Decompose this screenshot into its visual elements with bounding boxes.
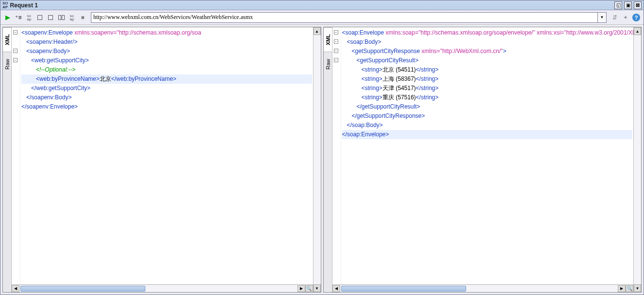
filter-button[interactable]: ⇵ (610, 13, 619, 22)
fold-toggle[interactable]: − (334, 58, 338, 62)
hscroll-right-button[interactable]: ▶ (297, 285, 305, 292)
response-pane: XML Raw −−−− <soap:Envelope xmlns:soap="… (323, 27, 642, 293)
request-window: SOAP Request 1 ◱ ▣ ⊠ ▶ ⁺≡ soap soap ■ ▼ … (0, 0, 644, 295)
url-dropdown-button[interactable]: ▼ (598, 12, 607, 23)
response-gutter: −−−− (332, 27, 341, 284)
request-pane: XML Raw −−− <soapenv:Envelope xmlns:soap… (2, 27, 321, 293)
request-editor-wrap: −−− <soapenv:Envelope xmlns:soapenv="htt… (12, 27, 313, 292)
vscroll-track[interactable] (313, 35, 321, 284)
request-vscroll[interactable]: ▲ ▼ (313, 27, 321, 292)
soap-att2-button[interactable]: soap (68, 13, 76, 22)
window-buttons: ◱ ▣ ⊠ (614, 1, 642, 9)
request-tab-xml[interactable]: XML (3, 27, 11, 52)
hscroll-left-button[interactable]: ◀ (12, 285, 19, 292)
response-hscroll[interactable]: ◀ ▶ 🔍 (332, 284, 634, 292)
stop-button[interactable]: ■ (78, 13, 87, 22)
fold-toggle[interactable]: − (334, 49, 338, 53)
vscroll-down-button[interactable]: ▼ (634, 284, 641, 292)
response-tab-raw[interactable]: Raw (324, 52, 332, 76)
fold-toggle[interactable]: − (334, 30, 338, 35)
response-editor-wrap: −−−− <soap:Envelope xmlns:soap="http://s… (332, 27, 634, 292)
request-hscroll[interactable]: ◀ ▶ 🔍 (12, 284, 313, 292)
response-editor[interactable]: −−−− <soap:Envelope xmlns:soap="http://s… (332, 27, 634, 284)
expand-button[interactable] (35, 13, 44, 22)
toolbar-right: ⇵ + ? (610, 13, 641, 22)
response-vscroll[interactable]: ▲ ▼ (633, 27, 641, 292)
request-code: <soapenv:Envelope xmlns:soapenv="http://… (12, 27, 313, 112)
close-button[interactable]: ⊠ (634, 1, 642, 9)
response-code: <soap:Envelope xmlns:soap="http://schema… (332, 27, 634, 140)
hscroll-thumb[interactable] (341, 286, 466, 292)
hscroll-thumb[interactable] (20, 286, 145, 292)
single-pane-button[interactable] (46, 13, 55, 22)
window-title: Request 1 (10, 2, 614, 9)
minimize-button[interactable]: ◱ (614, 1, 622, 9)
soap-icon: SOAP (2, 1, 8, 9)
url-combo: ▼ (91, 12, 607, 23)
dual-pane-button[interactable] (57, 13, 66, 22)
toolbar: ▶ ⁺≡ soap soap ■ ▼ ⇵ + ? (0, 10, 644, 25)
titlebar: SOAP Request 1 ◱ ▣ ⊠ (0, 0, 644, 10)
fold-toggle[interactable]: − (334, 39, 338, 44)
hscroll-left-button[interactable]: ◀ (332, 285, 340, 292)
run-button[interactable]: ▶ (3, 13, 12, 22)
fold-toggle[interactable]: − (13, 58, 17, 62)
maximize-button[interactable]: ▣ (624, 1, 632, 9)
request-tab-raw[interactable]: Raw (3, 52, 11, 76)
help-button[interactable]: ? (632, 13, 641, 22)
url-input[interactable] (91, 12, 598, 23)
vscroll-down-button[interactable]: ▼ (313, 284, 321, 292)
fold-toggle[interactable]: − (13, 49, 17, 53)
hscroll-track[interactable] (340, 285, 618, 292)
fold-toggle[interactable]: − (13, 30, 17, 35)
dual-icon (58, 15, 65, 20)
request-side-tabs: XML Raw (3, 27, 12, 292)
help-icon: ? (632, 14, 640, 21)
add-button[interactable]: + (621, 13, 630, 22)
soap-att-button[interactable]: soap (25, 13, 34, 22)
request-editor[interactable]: −−− <soapenv:Envelope xmlns:soapenv="htt… (12, 27, 313, 284)
response-tab-xml[interactable]: XML (324, 27, 332, 52)
hscroll-right-button[interactable]: ▶ (618, 285, 626, 292)
vscroll-track[interactable] (634, 35, 641, 284)
add-assertion-button[interactable]: ⁺≡ (14, 13, 23, 22)
content-area: XML Raw −−− <soapenv:Envelope xmlns:soap… (0, 25, 644, 295)
vscroll-up-button[interactable]: ▲ (313, 27, 321, 35)
search-corner-button[interactable]: 🔍 (626, 285, 633, 292)
search-corner-button[interactable]: 🔍 (305, 285, 313, 292)
request-gutter: −−− (12, 27, 20, 284)
vscroll-up-button[interactable]: ▲ (634, 27, 641, 35)
square-icon (37, 15, 42, 20)
response-side-tabs: XML Raw (324, 27, 332, 292)
hscroll-track[interactable] (19, 285, 297, 292)
